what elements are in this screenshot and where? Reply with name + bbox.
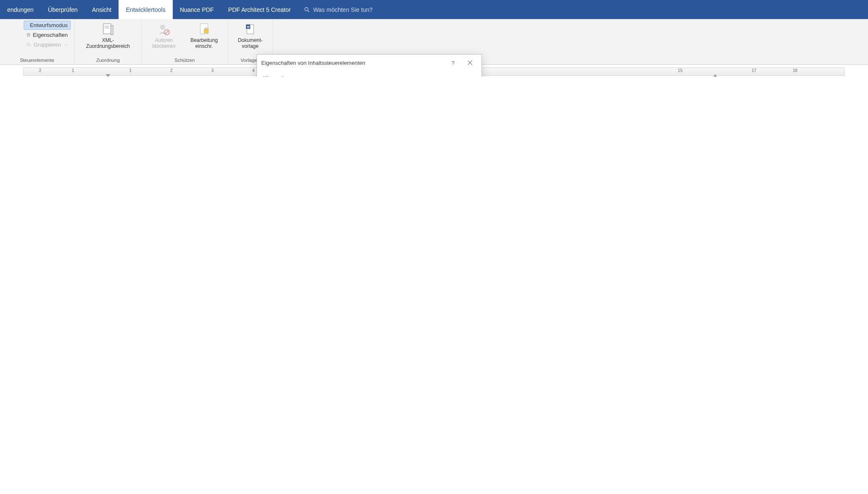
block-authors-button: Autoren blockieren [145, 21, 182, 50]
restrict-editing-button[interactable]: Bearbeitung einschr. [184, 21, 224, 50]
tab-ansicht[interactable]: Ansicht [85, 0, 119, 19]
design-mode-icon [27, 22, 27, 28]
xml-mapping-icon [101, 22, 115, 36]
ribbon-tabstrip: endungen Überprüfen Ansicht Entwicklerto… [0, 0, 868, 19]
group-icon [27, 42, 31, 48]
tab-nuance-pdf[interactable]: Nuance PDF [173, 0, 221, 19]
indent-marker-left[interactable] [106, 74, 110, 77]
svg-line-1 [307, 10, 309, 12]
svg-point-12 [160, 25, 165, 30]
svg-rect-7 [28, 44, 30, 47]
tab-sendungen[interactable]: endungen [0, 0, 41, 19]
dialog-close-button[interactable] [463, 58, 477, 67]
document-template-button[interactable]: W Dokument- vorlage [231, 21, 269, 50]
tellme-search[interactable]: Was möchten Sie tun? [298, 0, 379, 19]
svg-line-14 [165, 31, 169, 34]
svg-rect-6 [27, 43, 29, 45]
tab-pdf-architect[interactable]: PDF Architect 5 Creator [221, 0, 298, 19]
indent-marker-right[interactable] [713, 74, 717, 77]
xml-mapping-button[interactable]: XML- Zuordnungsbereich [78, 21, 138, 50]
svg-marker-21 [106, 74, 110, 77]
chevron-down-icon [64, 43, 68, 47]
content-control-properties-dialog: Eigenschaften von Inhaltssteuerelementen… [257, 54, 482, 77]
tab-entwicklertools[interactable]: Entwicklertools [119, 0, 172, 19]
svg-marker-22 [713, 74, 717, 77]
svg-rect-8 [103, 24, 111, 34]
block-authors-icon [157, 22, 171, 36]
dialog-title: Eigenschaften von Inhaltssteuerelementen [261, 60, 365, 66]
group-button: Gruppieren [24, 40, 71, 49]
svg-text:W: W [247, 25, 250, 28]
search-icon [304, 7, 310, 13]
tab-ueberpruefen[interactable]: Überprüfen [41, 0, 85, 19]
document-template-icon: W [243, 22, 257, 36]
tellme-placeholder: Was möchten Sie tun? [313, 6, 373, 13]
properties-button[interactable]: Eigenschaften [24, 31, 71, 39]
section-general: Allgemein [262, 75, 476, 77]
restrict-editing-icon [197, 22, 211, 36]
group-label-protect: Schützen [174, 58, 195, 64]
svg-rect-3 [27, 33, 30, 36]
group-label-mapping: Zuordnung [96, 58, 120, 64]
design-mode-button[interactable]: Entwurfsmodus [24, 21, 71, 30]
group-label-controls: Steuerelemente [20, 58, 54, 64]
dialog-help-button[interactable]: ? [446, 58, 460, 67]
svg-point-0 [304, 7, 308, 11]
properties-icon [27, 32, 30, 38]
svg-rect-9 [111, 25, 113, 35]
